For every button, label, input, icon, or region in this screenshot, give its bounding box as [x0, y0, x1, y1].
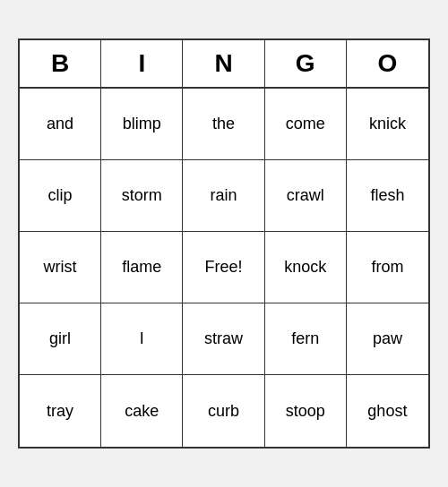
bingo-cell-1[interactable]: blimp	[101, 89, 183, 160]
header-g: G	[265, 40, 347, 87]
bingo-cell-6[interactable]: storm	[101, 160, 183, 232]
bingo-cell-14[interactable]: from	[347, 232, 428, 303]
bingo-cell-12[interactable]: Free!	[183, 232, 264, 303]
bingo-cell-3[interactable]: come	[265, 89, 347, 160]
bingo-cell-9[interactable]: flesh	[347, 160, 428, 232]
bingo-cell-24[interactable]: ghost	[347, 375, 428, 447]
bingo-cell-18[interactable]: fern	[265, 303, 347, 375]
bingo-cell-15[interactable]: girl	[20, 303, 101, 375]
bingo-cell-17[interactable]: straw	[183, 303, 264, 375]
bingo-cell-10[interactable]: wrist	[20, 232, 101, 303]
bingo-header: B I N G O	[20, 40, 428, 89]
bingo-cell-22[interactable]: curb	[183, 375, 264, 447]
bingo-cell-7[interactable]: rain	[183, 160, 264, 232]
bingo-body: andblimpthecomeknickclipstormraincrawlfl…	[20, 89, 428, 447]
bingo-cell-4[interactable]: knick	[347, 89, 428, 160]
header-o: O	[347, 40, 428, 87]
bingo-cell-13[interactable]: knock	[265, 232, 347, 303]
header-n: N	[183, 40, 264, 87]
bingo-cell-19[interactable]: paw	[347, 303, 428, 375]
bingo-cell-0[interactable]: and	[20, 89, 101, 160]
bingo-cell-16[interactable]: I	[101, 303, 183, 375]
bingo-cell-20[interactable]: tray	[20, 375, 101, 447]
bingo-card: B I N G O andblimpthecomeknickclipstormr…	[18, 38, 430, 449]
bingo-cell-11[interactable]: flame	[101, 232, 183, 303]
bingo-cell-23[interactable]: stoop	[265, 375, 347, 447]
header-b: B	[20, 40, 101, 87]
bingo-cell-21[interactable]: cake	[101, 375, 183, 447]
bingo-cell-8[interactable]: crawl	[265, 160, 347, 232]
bingo-cell-2[interactable]: the	[183, 89, 264, 160]
header-i: I	[101, 40, 183, 87]
bingo-cell-5[interactable]: clip	[20, 160, 101, 232]
